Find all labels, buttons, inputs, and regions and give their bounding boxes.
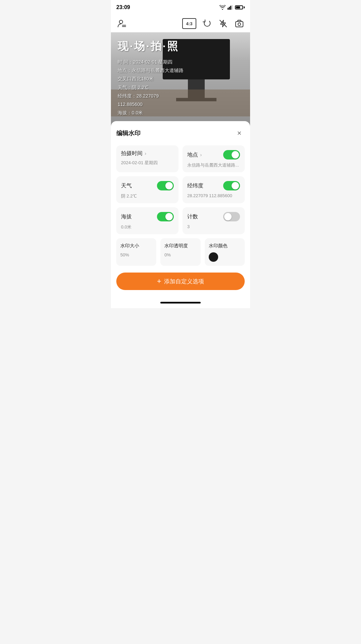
status-bar: 23:09: [111, 0, 250, 15]
setting-card-shoot-time[interactable]: 拍摄时间 › 2024-02-01 星期四: [116, 145, 178, 172]
altitude-label: 海拔: [121, 213, 132, 220]
svg-rect-2: [230, 6, 231, 10]
battery-container: [235, 5, 245, 9]
watermark-coordinates: 经纬度：28.227079: [118, 92, 184, 100]
svg-rect-3: [232, 5, 233, 10]
home-indicator: [111, 297, 250, 308]
watermark-color-dot: [209, 252, 218, 262]
svg-rect-0: [228, 8, 229, 10]
watermark-color-label: 水印颜色: [209, 243, 241, 249]
camera-preview: 现·场·拍·照 时 间：2024-02-01 星期四 地点：永信路与岳麓西大道辅…: [111, 32, 250, 127]
setting-card-coordinates[interactable]: 经纬度 28.227079 112.885600: [183, 176, 245, 203]
altitude-toggle-knob: [165, 213, 173, 220]
profile-icon[interactable]: [116, 18, 127, 29]
aspect-ratio-button[interactable]: 4:3: [182, 18, 196, 29]
indicator-bar: [160, 302, 201, 303]
camera-flip-icon[interactable]: [234, 18, 245, 29]
watermark-location: 地点：永信路与岳麓西大道辅路: [118, 66, 184, 75]
edit-panel-title: 编辑水印: [116, 129, 141, 137]
setting-card-weather[interactable]: 天气 阴 2.2℃: [116, 176, 178, 203]
coordinates-value: 28.227079 112.885600: [187, 193, 240, 198]
watermark-size-label: 水印大小: [120, 243, 152, 249]
status-time: 23:09: [116, 4, 130, 10]
top-navigation: 4:3: [111, 15, 250, 32]
wifi-icon: [219, 5, 226, 10]
shoot-time-label: 拍摄时间 ›: [121, 150, 146, 157]
watermark-size-value: 50%: [120, 252, 152, 257]
flash-off-icon[interactable]: [218, 18, 229, 29]
add-button-label: 添加自定义选项: [164, 278, 204, 285]
status-right-icons: [219, 5, 245, 10]
coordinates-toggle[interactable]: [223, 181, 240, 190]
shoot-time-arrow: ›: [145, 151, 146, 156]
watermark-coordinates2: 112.885600: [118, 100, 184, 109]
setting-card-count[interactable]: 计数 3: [183, 207, 245, 234]
watermark-time: 时 间：2024-02-01 星期四: [118, 58, 184, 66]
location-toggle-knob: [232, 151, 239, 158]
watermark-color-card[interactable]: 水印颜色: [205, 238, 245, 266]
watermark-altitude: 海拔：0.0米: [118, 109, 184, 117]
close-button[interactable]: ×: [234, 128, 245, 139]
watermark-location-cont: 交叉口西北180米: [118, 75, 184, 83]
setting-card-location[interactable]: 地点 › 永信路与岳麓西大道辅路...: [183, 145, 245, 172]
watermark-weather: 天气：阴 2.2℃: [118, 83, 184, 92]
count-label: 计数: [187, 213, 198, 220]
watermark-opacity-card[interactable]: 水印透明度 0%: [160, 238, 200, 266]
location-value: 永信路与岳麓西大道辅路...: [187, 162, 240, 168]
weather-label: 天气: [121, 182, 132, 189]
altitude-value: 0.0米: [121, 224, 174, 230]
svg-point-9: [238, 23, 241, 26]
weather-value: 阴 2.2℃: [121, 193, 174, 199]
location-arrow: ›: [200, 152, 202, 157]
signal-icon: [228, 5, 233, 10]
weather-toggle[interactable]: [157, 181, 174, 190]
bottom-options-row: 水印大小 50% 水印透明度 0% 水印颜色: [116, 238, 245, 266]
watermark-size-card[interactable]: 水印大小 50%: [116, 238, 156, 266]
setting-card-altitude[interactable]: 海拔 0.0米: [116, 207, 178, 234]
edit-panel: 编辑水印 × 拍摄时间 › 2024-02-01 星期四 地点 ›: [111, 121, 250, 297]
svg-rect-1: [229, 7, 230, 10]
svg-point-4: [119, 20, 123, 24]
watermark-overlay: 现·场·拍·照 时 间：2024-02-01 星期四 地点：永信路与岳麓西大道辅…: [118, 39, 184, 117]
settings-grid-row1: 拍摄时间 › 2024-02-01 星期四 地点 › 永信路与岳麓西大道辅路..…: [116, 145, 245, 172]
count-toggle[interactable]: [223, 212, 240, 221]
svg-rect-8: [236, 22, 243, 27]
nav-left: [116, 18, 127, 29]
watermark-opacity-label: 水印透明度: [164, 243, 196, 249]
add-custom-option-button[interactable]: + 添加自定义选项: [116, 273, 245, 290]
watermark-opacity-value: 0%: [164, 252, 196, 257]
shoot-time-value: 2024-02-01 星期四: [121, 160, 174, 166]
settings-grid-row2: 天气 阴 2.2℃ 经纬度 28.227079 112.885600: [116, 176, 245, 203]
watermark-info: 时 间：2024-02-01 星期四 地点：永信路与岳麓西大道辅路 交叉口西北1…: [118, 58, 184, 117]
coordinates-label: 经纬度: [187, 182, 203, 189]
rotate-icon[interactable]: [202, 18, 212, 29]
edit-header: 编辑水印 ×: [116, 128, 245, 139]
count-value: 3: [187, 224, 240, 229]
location-label: 地点 ›: [187, 151, 202, 158]
coordinates-toggle-knob: [232, 182, 239, 189]
watermark-title: 现·场·拍·照: [118, 39, 184, 54]
altitude-toggle[interactable]: [157, 212, 174, 221]
location-toggle[interactable]: [223, 150, 240, 159]
nav-right-icons: 4:3: [182, 18, 245, 29]
settings-grid-row3: 海拔 0.0米 计数 3: [116, 207, 245, 234]
add-plus-icon: +: [157, 277, 161, 286]
weather-toggle-knob: [165, 182, 173, 189]
count-toggle-knob: [224, 213, 232, 220]
